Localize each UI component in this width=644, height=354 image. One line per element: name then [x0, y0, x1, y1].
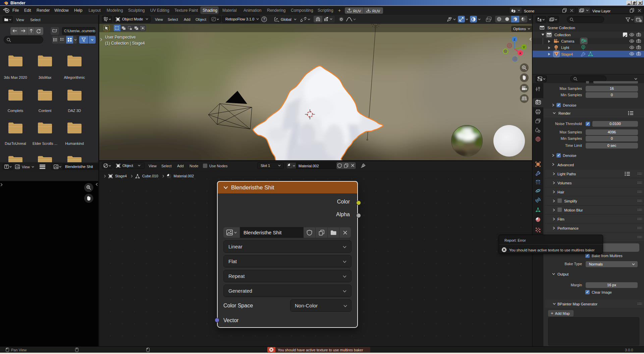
svg-text:X: X [519, 51, 522, 55]
svg-text:?: ? [263, 17, 265, 21]
svg-text:Z: Z [514, 38, 516, 41]
svg-text:Y: Y [523, 45, 525, 49]
